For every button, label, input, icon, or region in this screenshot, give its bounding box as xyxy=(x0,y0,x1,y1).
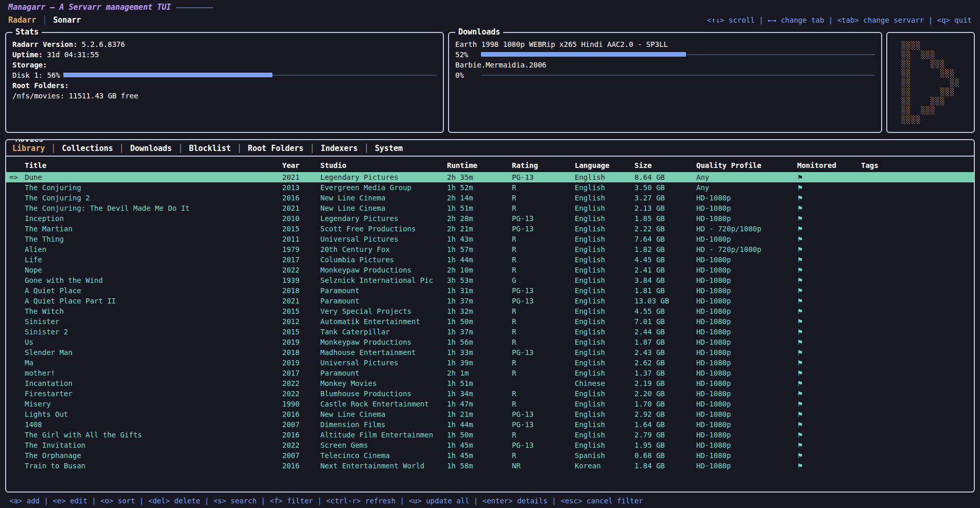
cell-quality_profile: HD-1080p xyxy=(696,358,797,368)
download-item-progress: 0% xyxy=(455,70,875,80)
cell-title: The Conjuring: The Devil Made Me Do It xyxy=(25,203,282,213)
cell-year: 2022 xyxy=(282,440,320,450)
monitored-icon: ⚑ xyxy=(797,213,861,224)
cell-size: 3.27 GB xyxy=(634,193,696,203)
cell-runtime: 1h 52m xyxy=(447,182,512,193)
cell-rating: R xyxy=(512,255,575,265)
table-row[interactable]: Misery1990Castle Rock Entertainment1h 47… xyxy=(6,399,974,409)
table-row[interactable]: 14082007Dimension Films1h 44mPG-13Englis… xyxy=(6,419,974,430)
tab-downloads[interactable]: Downloads xyxy=(130,144,189,153)
table-row[interactable]: Gone with the Wind1939Selznick Internati… xyxy=(6,275,974,285)
cell-runtime: 1h 50m xyxy=(447,430,512,440)
cell-title: The Conjuring 2 xyxy=(25,193,282,203)
tab-system[interactable]: System xyxy=(375,144,403,153)
cell-runtime: 1h 32m xyxy=(447,306,512,316)
cell-rating: R xyxy=(512,244,575,255)
cell-title: Nope xyxy=(25,265,282,275)
header-quality-profile: Quality Profile xyxy=(696,159,797,172)
table-row[interactable]: The Girl with All the Gifts2016Altitude … xyxy=(6,430,974,440)
table-row[interactable]: =>Dune2021Legendary Pictures2h 35mPG-13E… xyxy=(6,172,974,182)
cell-quality_profile: HD-1080p xyxy=(696,213,797,224)
table-row[interactable]: mother!2017Paramount2h 1mREnglish1.37 GB… xyxy=(6,368,974,378)
table-row[interactable]: Lights Out2016New Line Cinema1h 21mPG-13… xyxy=(6,409,974,419)
table-row[interactable]: Sinister2012Automatik Entertainment1h 50… xyxy=(6,316,974,327)
cell-runtime: 2h 14m xyxy=(447,193,512,203)
tab-root-folders[interactable]: Root Folders xyxy=(248,144,320,153)
monitored-icon: ⚑ xyxy=(797,419,861,430)
table-row[interactable]: Firestarter2022Blumhouse Productions1h 3… xyxy=(6,388,974,399)
table-row[interactable]: The Martian2015Scott Free Productions2h … xyxy=(6,224,974,234)
table-row[interactable]: The Orphanage2007Telecinco Cinema1h 45mR… xyxy=(6,450,974,461)
cell-studio: New Line Cinema xyxy=(320,409,447,419)
monitored-icon: ⚑ xyxy=(797,316,861,327)
cell-language: English xyxy=(575,296,634,306)
table-row[interactable]: Ma2019Universal Pictures1h 39mREnglish2.… xyxy=(6,358,974,368)
cell-runtime: 1h 37m xyxy=(447,296,512,306)
cell-quality_profile: HD-1080p xyxy=(696,368,797,378)
servarr-tabs: Radarr │ Sonarr xyxy=(8,15,81,25)
selection-arrow xyxy=(6,203,25,213)
header-size: Size xyxy=(634,159,696,172)
table-row[interactable]: The Conjuring2013Evergreen Media Group1h… xyxy=(6,182,974,193)
table-row[interactable]: Incantation2022Monkey Movies1h 51mChines… xyxy=(6,378,974,388)
cell-tags xyxy=(861,285,974,296)
table-row[interactable]: The Conjuring 22016New Line Cinema2h 14m… xyxy=(6,193,974,203)
table-row[interactable]: A Quiet Place2018Paramount1h 31mPG-13Eng… xyxy=(6,285,974,296)
tab-indexers[interactable]: Indexers xyxy=(321,144,375,153)
table-row[interactable]: The Invitation2022Screen Gems1h 45mPG-13… xyxy=(6,440,974,450)
cell-rating: R xyxy=(512,388,575,399)
cell-runtime: 1h 57m xyxy=(447,244,512,255)
cell-studio: Very Special Projects xyxy=(320,306,447,316)
cell-studio: Paramount xyxy=(320,285,447,296)
cell-size: 2.79 GB xyxy=(634,430,696,440)
app-title: Managarr – A Servarr management TUI xyxy=(8,3,171,12)
cell-rating: PG-13 xyxy=(512,419,575,430)
cell-runtime: 1h 51m xyxy=(447,378,512,388)
download-item-progress: 52% xyxy=(455,49,875,60)
table-row[interactable]: Inception2010Legendary Pictures2h 28mPG-… xyxy=(6,213,974,224)
cell-size: 1.81 GB xyxy=(634,285,696,296)
cell-language: English xyxy=(575,327,634,337)
cell-language: English xyxy=(575,388,634,399)
cell-tags xyxy=(861,172,974,182)
table-row[interactable]: Nope2022Monkeypaw Productions2h 10mREngl… xyxy=(6,265,974,275)
cell-title: Inception xyxy=(25,213,282,224)
monitored-icon: ⚑ xyxy=(797,409,861,419)
selection-arrow xyxy=(6,275,25,285)
disk-progress-bar xyxy=(63,71,437,80)
cell-studio: Paramount xyxy=(320,296,447,306)
selection-arrow xyxy=(6,337,25,347)
table-row[interactable]: Alien197920th Century Fox1h 57mREnglish1… xyxy=(6,244,974,255)
cell-year: 1990 xyxy=(282,399,320,409)
cell-tags xyxy=(861,234,974,244)
progress-fill xyxy=(481,52,686,57)
cell-tags xyxy=(861,265,974,275)
tab-library[interactable]: Library xyxy=(12,144,62,153)
tab-collections[interactable]: Collections xyxy=(62,144,130,153)
table-row[interactable]: The Conjuring: The Devil Made Me Do It20… xyxy=(6,203,974,213)
cell-runtime: 2h 28m xyxy=(447,213,512,224)
progress-track xyxy=(481,75,875,76)
cell-size: 3.50 GB xyxy=(634,182,696,193)
cell-title: Sinister xyxy=(25,316,282,327)
selection-arrow xyxy=(6,440,25,450)
tab-sonarr[interactable]: Sonarr xyxy=(53,15,81,25)
cell-title: The Orphanage xyxy=(25,450,282,461)
selection-arrow xyxy=(6,213,25,224)
tab-radarr[interactable]: Radarr xyxy=(8,15,36,25)
table-row[interactable]: Sinister 22015Tank Caterpillar1h 37mREng… xyxy=(6,327,974,337)
cell-studio: Blumhouse Productions xyxy=(320,388,447,399)
monitored-icon: ⚑ xyxy=(797,306,861,316)
monitored-icon: ⚑ xyxy=(797,193,861,203)
cell-runtime: 1h 37m xyxy=(447,327,512,337)
cell-year: 2018 xyxy=(282,347,320,358)
tab-blocklist[interactable]: Blocklist xyxy=(189,144,248,153)
cell-quality_profile: HD-1080p xyxy=(696,450,797,461)
table-row[interactable]: A Quiet Place Part II2021Paramount1h 37m… xyxy=(6,296,974,306)
table-row[interactable]: Us2019Monkeypaw Productions1h 56mREnglis… xyxy=(6,337,974,347)
table-row[interactable]: The Witch2015Very Special Projects1h 32m… xyxy=(6,306,974,316)
table-row[interactable]: The Thing2011Universal Pictures1h 43mREn… xyxy=(6,234,974,244)
table-row[interactable]: Train to Busan2016Next Entertainment Wor… xyxy=(6,461,974,471)
table-row[interactable]: Life2017Columbia Pictures1h 44mREnglish4… xyxy=(6,255,974,265)
table-row[interactable]: Slender Man2018Madhouse Entertainment1h … xyxy=(6,347,974,358)
